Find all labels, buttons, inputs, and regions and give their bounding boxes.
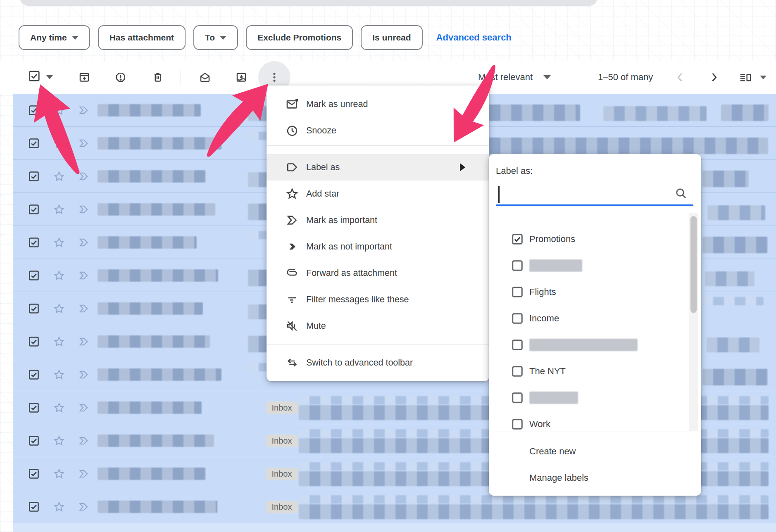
importance-marker-icon[interactable] [78,203,90,216]
menu-item-mute[interactable]: Mute [267,313,489,339]
row-checkbox[interactable] [28,204,40,215]
row-checkbox[interactable] [28,104,40,116]
row-checkbox[interactable] [28,402,40,413]
star-icon [286,187,299,200]
newer-page-icon[interactable] [674,71,686,83]
label-list-scrollbar-thumb[interactable] [690,216,697,313]
label-checkbox[interactable] [511,339,524,351]
delete-icon[interactable] [152,71,164,83]
label-checkbox[interactable] [511,286,524,298]
label-checkbox[interactable] [511,418,524,430]
menu-item-label-as[interactable]: Label as [267,154,489,180]
star-icon[interactable] [53,468,65,480]
importance-marker-icon[interactable] [78,435,90,447]
create-new-label-item[interactable]: Create new [489,438,701,465]
select-dropdown-caret-icon[interactable] [45,75,54,80]
blurred-label-name [529,392,578,404]
filter-chip-to[interactable]: To [193,25,238,50]
menu-item-snooze[interactable]: Snooze [267,117,489,144]
report-spam-icon[interactable] [114,71,127,83]
label-checkbox[interactable] [511,392,524,404]
label-row-flights[interactable]: Flights [489,279,701,305]
filter-chip-is-unread[interactable]: Is unread [361,25,422,50]
menu-item-switch-to-advanced-toolbar[interactable]: Switch to advanced toolbar [267,349,489,376]
blurred-sender [98,302,203,315]
row-checkbox[interactable] [28,171,40,182]
label-as-title: Label as: [496,166,533,176]
important-icon [286,214,299,227]
importance-marker-icon[interactable] [78,236,90,249]
star-icon[interactable] [53,501,65,513]
label-checkbox[interactable] [511,312,524,325]
blurred-sender [98,468,206,480]
label-checkbox[interactable] [511,233,524,245]
row-checkbox[interactable] [28,435,40,446]
row-checkbox[interactable] [28,468,40,480]
select-all-checkbox[interactable] [28,70,40,82]
manage-labels-item[interactable]: Manage labels [489,465,701,491]
star-icon[interactable] [53,401,65,414]
importance-marker-icon[interactable] [78,468,90,480]
star-icon[interactable] [53,435,65,447]
importance-marker-icon[interactable] [78,335,90,348]
row-checkbox[interactable] [28,336,40,347]
menu-item-mark-as-not-important[interactable]: Mark as not important [267,233,489,260]
inbox-label-chip: Inbox [266,468,298,480]
row-checkbox[interactable] [28,138,40,149]
importance-marker-icon[interactable] [78,104,90,116]
importance-marker-icon[interactable] [78,401,90,414]
filter-chip-exclude-promotions[interactable]: Exclude Promotions [246,25,353,50]
star-icon[interactable] [53,137,65,150]
inbox-label-chip: Inbox [266,401,298,414]
label-row-blurred[interactable] [489,332,701,358]
row-checkbox[interactable] [28,303,40,314]
label-checkbox[interactable] [511,259,524,272]
star-icon[interactable] [53,368,65,381]
star-icon[interactable] [53,236,65,249]
search-icon[interactable] [674,187,688,200]
row-checkbox[interactable] [28,501,40,513]
menu-item-add-star[interactable]: Add star [267,180,489,207]
menu-item-mark-as-important[interactable]: Mark as important [267,207,489,233]
label-row-promotions[interactable]: Promotions [489,226,701,252]
row-checkbox[interactable] [28,369,40,380]
menu-item-label: Mark as important [306,215,377,226]
label-row-blurred[interactable] [489,252,701,279]
importance-marker-icon[interactable] [78,302,90,315]
star-icon[interactable] [53,335,65,348]
split-pane-caret-icon[interactable] [759,75,767,80]
label-row-income[interactable]: Income [489,305,701,332]
archive-icon[interactable] [78,71,90,83]
importance-marker-icon[interactable] [78,269,90,282]
star-icon[interactable] [53,104,65,116]
row-checkbox[interactable] [28,237,40,248]
blurred-subject [702,369,768,385]
menu-item-forward-as-attachment[interactable]: Forward as attachment [267,260,489,286]
menu-item-filter-messages-like-these[interactable]: Filter messages like these [267,286,489,313]
label-row-the-nyt[interactable]: The NYT [489,358,701,385]
older-page-icon[interactable] [708,71,720,83]
split-pane-icon[interactable] [739,71,752,84]
filter-chip-any-time[interactable]: Any time [19,25,90,50]
gmail-search-results-screen: Any timeHas attachmentToExclude Promotio… [0,0,776,532]
importance-marker-icon[interactable] [78,137,90,150]
row-checkbox[interactable] [28,270,40,281]
star-icon[interactable] [53,170,65,183]
importance-marker-icon[interactable] [78,501,90,513]
star-icon[interactable] [53,203,65,216]
label-row-work[interactable]: Work [489,411,701,431]
email-row[interactable] [13,523,776,532]
importance-marker-icon[interactable] [78,170,90,183]
mark-as-read-icon[interactable] [199,71,211,83]
toolbar-divider [181,69,181,85]
blurred-sender [98,170,206,183]
filter-chip-has-attachment[interactable]: Has attachment [98,25,186,50]
menu-item-mark-as-unread[interactable]: Mark as unread [267,91,489,117]
label-row-blurred[interactable] [489,385,701,411]
label-checkbox[interactable] [511,365,524,378]
advanced-search-link[interactable]: Advanced search [436,32,512,43]
star-icon[interactable] [53,302,65,315]
star-icon[interactable] [53,269,65,282]
importance-marker-icon[interactable] [78,368,90,381]
move-to-icon[interactable] [235,71,248,83]
